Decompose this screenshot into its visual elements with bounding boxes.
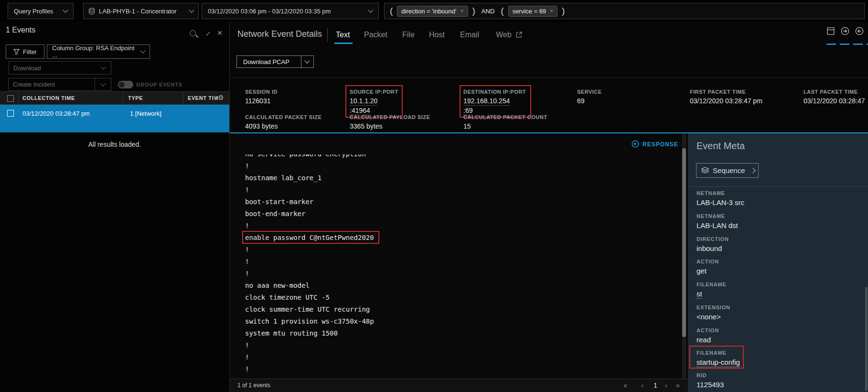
chevron-down-icon <box>189 7 194 12</box>
meta-label: NETNAME <box>697 213 725 219</box>
pagination-current-page[interactable]: 1 <box>654 381 657 389</box>
query-pill-service[interactable]: service = 69× <box>508 6 557 17</box>
remove-filter-icon[interactable]: × <box>461 8 464 14</box>
tab-file[interactable]: File <box>402 31 415 39</box>
query-pill-direction[interactable]: direction = 'inbound'× <box>397 6 468 17</box>
meta-value[interactable]: read <box>697 336 711 344</box>
top-bar: Query Profiles LAB-PHYB-1 - Concentrator… <box>0 0 868 22</box>
session-id-value: 1126031 <box>245 97 270 105</box>
column-settings-gear-icon[interactable]: ⚙ <box>218 94 224 101</box>
row-checkbox[interactable] <box>7 110 14 117</box>
group-events-toggle[interactable] <box>118 81 133 88</box>
response-label[interactable]: RESPONSE <box>643 141 678 148</box>
filter-button[interactable]: Filter <box>6 44 44 59</box>
paren-open: ( <box>498 6 506 16</box>
config-line: ! <box>245 353 249 361</box>
events-footer <box>230 379 688 392</box>
download-pcap-button[interactable]: Download PCAP <box>236 55 314 68</box>
column-group-dropdown[interactable]: Column Group: RSA Endpoint ... <box>47 44 150 59</box>
download-label: Download <box>13 65 41 72</box>
annotation-enable-password-box <box>242 231 379 244</box>
config-line: boot-start-marker <box>245 198 313 206</box>
calc-packet-size-label: CALCULATED PACKET SIZE <box>245 114 321 120</box>
config-line: boot-end-marker <box>245 210 305 218</box>
config-line: ! <box>245 246 249 253</box>
event-table-row[interactable]: 03/12/2020 03:28:47 pm 1 [Network] <box>0 105 229 132</box>
chevron-down-icon <box>100 81 106 86</box>
split-panel-icon[interactable] <box>827 27 835 35</box>
details-title: Network Event Details <box>237 29 322 39</box>
pagination-prev-icon[interactable]: ‹ <box>641 381 643 389</box>
meta-value[interactable]: LAB-LAN-3 src <box>697 198 744 207</box>
first-packet-time-label: FIRST PACKET TIME <box>690 89 746 95</box>
create-incident-divider <box>95 78 95 90</box>
events-table-header: COLLECTION TIME TYPE EVENT TIM ⚙ <box>0 91 229 105</box>
layers-icon <box>701 167 709 174</box>
query-bar[interactable]: ( direction = 'inbound'× ) AND ( service… <box>384 3 865 19</box>
meta-value[interactable]: 1125493 <box>697 381 724 389</box>
pagination-first-icon[interactable]: « <box>623 381 627 389</box>
query-profiles-dropdown[interactable]: Query Profiles <box>8 3 74 19</box>
prev-panel-circle-arrow-icon[interactable] <box>855 27 864 35</box>
config-line: ! <box>245 258 249 265</box>
column-header-type[interactable]: TYPE <box>128 95 143 101</box>
funnel-icon <box>13 49 20 55</box>
close-panel-icon[interactable]: ✕ <box>217 29 223 37</box>
response-direction-icon <box>632 140 639 148</box>
calc-payload-size-label: CALCULATED PAYLOAD SIZE <box>350 114 430 120</box>
meta-value[interactable]: LAB-LAN dst <box>697 221 738 229</box>
column-header-collection-time[interactable]: COLLECTION TIME <box>22 95 75 101</box>
filter-button-label: Filter <box>23 48 37 55</box>
tab-host[interactable]: Host <box>429 31 445 39</box>
meta-value[interactable]: get <box>697 267 707 275</box>
paren-open: ( <box>387 6 395 16</box>
external-link-icon <box>516 32 522 38</box>
next-panel-circle-arrow-icon[interactable] <box>841 27 849 35</box>
query-pill-direction-text: direction = 'inbound' <box>401 8 456 15</box>
create-incident-dropdown[interactable]: Create Incident <box>8 78 111 91</box>
sequence-button-label: Sequence <box>713 166 745 174</box>
tab-email[interactable]: Email <box>460 31 479 39</box>
service-selector-dropdown[interactable]: LAB-PHYB-1 - Concentrator <box>83 3 199 19</box>
meta-value[interactable]: <none> <box>697 313 721 321</box>
config-line: ! <box>245 270 249 277</box>
search-icon[interactable] <box>190 30 196 36</box>
tab-text[interactable]: Text <box>336 31 350 39</box>
meta-label: NETNAME <box>697 190 725 196</box>
panel-resize-indicator <box>826 44 868 45</box>
database-icon <box>88 8 95 15</box>
annotation-source-ip-box <box>345 85 403 118</box>
tab-packet[interactable]: Packet <box>364 31 387 39</box>
netwitness-app: Query Profiles LAB-PHYB-1 - Concentrator… <box>0 0 868 392</box>
meta-value[interactable]: inbound <box>697 244 722 252</box>
pagination-next-icon[interactable]: › <box>665 381 667 389</box>
config-line: ! <box>245 341 249 349</box>
calc-packet-count-label: CALCULATED PACKET COUNT <box>463 114 547 120</box>
download-dropdown[interactable]: Download <box>9 61 111 75</box>
config-line: clock timezone UTC -5 <box>245 294 330 301</box>
config-line: hostname lab_core_1 <box>245 174 321 182</box>
tab-web[interactable]: Web <box>496 31 512 39</box>
row-type: 1 [Network] <box>130 110 161 117</box>
first-packet-time-value: 03/12/2020 03:28:47 pm <box>690 97 762 105</box>
pagination-last-icon[interactable]: » <box>676 381 680 389</box>
last-packet-time-value: 03/12/2020 03:28:47 <box>804 97 865 105</box>
time-range-dropdown[interactable]: 03/12/2020 03:06 pm - 03/12/2020 03:35 p… <box>202 3 379 19</box>
meta-label: EXTENSION <box>697 305 730 310</box>
events-count-text: 1 of 1 events <box>237 382 270 389</box>
meta-scrollbar-thumb[interactable] <box>865 287 868 391</box>
text-scrollbar-thumb[interactable] <box>682 148 686 337</box>
select-all-checkbox[interactable] <box>7 95 14 102</box>
meta-value[interactable]: st <box>697 290 702 299</box>
config-line: system mtu routing 1500 <box>245 329 338 337</box>
event-meta-divider <box>688 186 868 187</box>
chevron-down-icon <box>368 7 373 12</box>
calc-payload-size-value: 3365 bytes <box>350 122 383 130</box>
create-incident-label: Create Incident <box>13 81 55 88</box>
meta-label: RID <box>697 372 707 378</box>
session-id-label: SESSION ID <box>245 89 278 95</box>
group-events-label: GROUP EVENTS <box>136 82 182 87</box>
chevron-down-icon[interactable] <box>304 58 310 63</box>
sequence-button[interactable]: Sequence <box>696 163 759 178</box>
remove-filter-icon[interactable]: × <box>550 8 553 14</box>
